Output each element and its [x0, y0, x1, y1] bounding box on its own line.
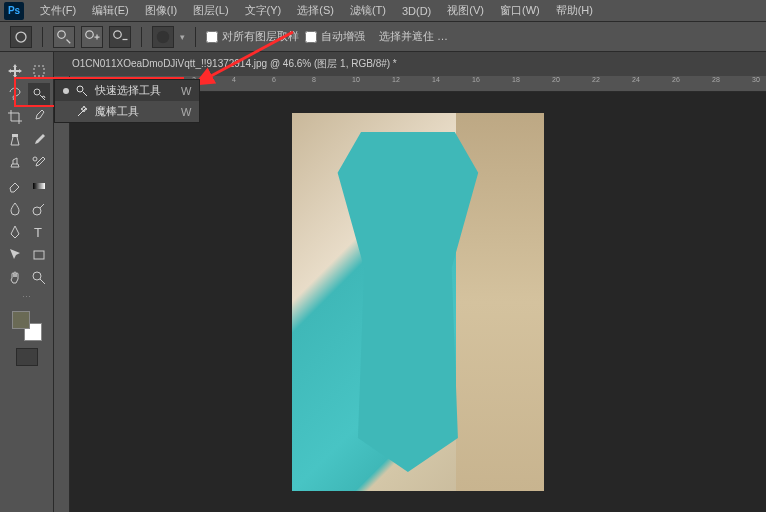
svg-point-14 — [77, 86, 83, 92]
brush-tool[interactable] — [28, 129, 50, 151]
quick-selection-icon — [75, 84, 89, 98]
vertical-ruler[interactable] — [54, 92, 70, 512]
flyout-label: 快速选择工具 — [95, 83, 161, 98]
selected-dot-icon — [63, 88, 69, 94]
menu-view[interactable]: 视图(V) — [439, 0, 492, 21]
spot-healing-brush-tool[interactable] — [4, 129, 26, 151]
svg-point-3 — [114, 30, 122, 38]
select-and-mask-button[interactable]: 选择并遮住 … — [379, 29, 448, 44]
hand-tool[interactable] — [4, 267, 26, 289]
menu-window[interactable]: 窗口(W) — [492, 0, 548, 21]
gradient-tool[interactable] — [28, 175, 50, 197]
menu-select[interactable]: 选择(S) — [289, 0, 342, 21]
history-brush-tool[interactable] — [28, 152, 50, 174]
magic-wand-icon — [75, 105, 89, 119]
auto-enhance-label: 自动增强 — [321, 29, 365, 44]
flyout-shortcut: W — [181, 106, 191, 118]
horizontal-type-tool[interactable]: T — [28, 221, 50, 243]
zoom-tool[interactable] — [28, 267, 50, 289]
eyedropper-tool[interactable] — [28, 106, 50, 128]
subtract-from-selection-icon[interactable] — [109, 26, 131, 48]
tool-preset-icon[interactable] — [10, 26, 32, 48]
flyout-item-magic-wand[interactable]: 魔棒工具 W — [55, 101, 199, 122]
svg-text:T: T — [34, 225, 42, 240]
crop-tool[interactable] — [4, 106, 26, 128]
sample-all-layers-input[interactable] — [206, 31, 218, 43]
menu-3d[interactable]: 3D(D) — [394, 2, 439, 20]
rectangle-tool[interactable] — [28, 244, 50, 266]
document-tab[interactable]: O1CN011XOeaDmoDJiVqtt_!!91372914.jpg @ 4… — [62, 53, 407, 75]
sample-all-layers-label: 对所有图层取样 — [222, 29, 299, 44]
color-swatches[interactable] — [12, 311, 42, 341]
separator — [141, 27, 142, 47]
add-to-selection-icon[interactable] — [81, 26, 103, 48]
auto-enhance-checkbox[interactable]: 自动增强 — [305, 29, 365, 44]
brush-picker-icon[interactable] — [152, 26, 174, 48]
canvas-viewport[interactable] — [70, 92, 766, 512]
svg-point-2 — [86, 30, 94, 38]
auto-enhance-input[interactable] — [305, 31, 317, 43]
menu-edit[interactable]: 编辑(E) — [84, 0, 137, 21]
menu-bar: Ps 文件(F) 编辑(E) 图像(I) 图层(L) 文字(Y) 选择(S) 滤… — [0, 0, 766, 22]
svg-point-10 — [33, 207, 41, 215]
toolbar-more[interactable]: ⋯ — [22, 292, 31, 302]
svg-rect-12 — [34, 251, 44, 259]
menu-filter[interactable]: 滤镜(T) — [342, 0, 394, 21]
new-selection-icon[interactable] — [53, 26, 75, 48]
separator — [42, 27, 43, 47]
sample-all-layers-checkbox[interactable]: 对所有图层取样 — [206, 29, 299, 44]
quick-selection-flyout: 快速选择工具 W 魔棒工具 W — [54, 79, 200, 123]
quick-mask-toggle[interactable] — [16, 348, 38, 366]
menu-help[interactable]: 帮助(H) — [548, 0, 601, 21]
dodge-tool[interactable] — [28, 198, 50, 220]
clone-stamp-tool[interactable] — [4, 152, 26, 174]
app-logo: Ps — [4, 2, 24, 20]
svg-rect-5 — [34, 66, 44, 76]
document-image[interactable] — [292, 113, 544, 491]
blur-tool[interactable] — [4, 198, 26, 220]
svg-point-1 — [58, 30, 66, 38]
path-selection-tool[interactable] — [4, 244, 26, 266]
flyout-item-quick-selection[interactable]: 快速选择工具 W — [55, 80, 199, 101]
svg-rect-7 — [12, 134, 18, 137]
eraser-tool[interactable] — [4, 175, 26, 197]
menu-layer[interactable]: 图层(L) — [185, 0, 236, 21]
svg-point-4 — [157, 30, 170, 43]
svg-rect-9 — [33, 183, 45, 189]
flyout-label: 魔棒工具 — [95, 104, 161, 119]
separator — [195, 27, 196, 47]
menu-image[interactable]: 图像(I) — [137, 0, 185, 21]
document-tab-bar: O1CN011XOeaDmoDJiVqtt_!!91372914.jpg @ 4… — [54, 52, 766, 76]
options-bar: ▾ 对所有图层取样 自动增强 选择并遮住 … — [0, 22, 766, 52]
menu-type[interactable]: 文字(Y) — [237, 0, 290, 21]
foreground-color-swatch[interactable] — [12, 311, 30, 329]
svg-point-13 — [33, 272, 41, 280]
tools-panel: T ⋯ — [0, 52, 54, 512]
flyout-shortcut: W — [181, 85, 191, 97]
svg-point-0 — [16, 32, 26, 42]
svg-point-8 — [33, 157, 37, 161]
pen-tool[interactable] — [4, 221, 26, 243]
menu-file[interactable]: 文件(F) — [32, 0, 84, 21]
